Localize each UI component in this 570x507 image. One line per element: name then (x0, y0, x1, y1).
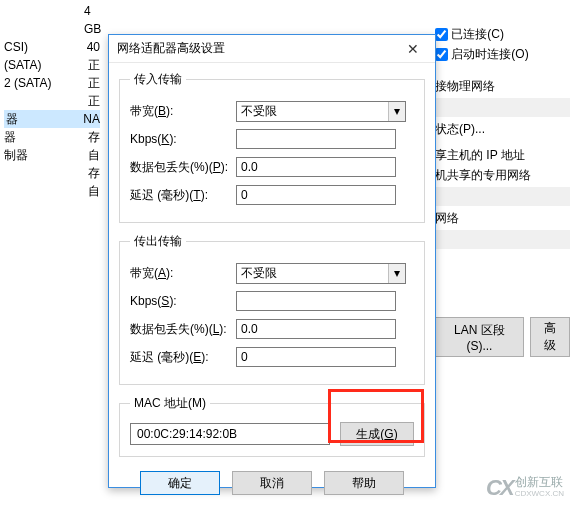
generate-button[interactable]: 生成(G) (340, 422, 414, 446)
dialog-title: 网络适配器高级设置 (117, 40, 225, 57)
loss-in-label: 数据包丢失(%)(P): (130, 159, 236, 176)
logo-text-2: CDXWCX.CN (515, 488, 564, 499)
kbps-in-label: Kbps(K): (130, 132, 236, 146)
right-line: 接物理网络 (435, 76, 570, 96)
outgoing-legend: 传出传输 (130, 233, 186, 250)
network-adapter-advanced-dialog: 网络适配器高级设置 ✕ 传入传输 带宽(B): 不受限 ▾ Kbps(K): 数… (108, 34, 436, 488)
latency-out-label: 延迟 (毫秒)(E): (130, 349, 236, 366)
mac-group: MAC 地址(M) 生成(G) (119, 395, 425, 457)
checkbox-connected[interactable]: 已连接(C) (435, 24, 570, 44)
outgoing-group: 传出传输 带宽(A): 不受限 ▾ Kbps(S): 数据包丢失(%)(L): … (119, 233, 425, 385)
gray-bar (435, 230, 570, 249)
kbps-out-label: Kbps(S): (130, 294, 236, 308)
help-button[interactable]: 帮助 (324, 471, 404, 495)
bandwidth-in-label: 带宽(B): (130, 103, 236, 120)
right-line: 享主机的 IP 地址 (435, 145, 570, 165)
ok-button[interactable]: 确定 (140, 471, 220, 495)
tree-row: 正 (4, 92, 100, 110)
bandwidth-out-select[interactable]: 不受限 ▾ (236, 263, 406, 284)
tree-row: 自 (4, 182, 100, 200)
chevron-down-icon: ▾ (388, 102, 405, 121)
latency-in-label: 延迟 (毫秒)(T): (130, 187, 236, 204)
kbps-out-input[interactable] (236, 291, 396, 311)
background-tree: 4 GB CSI)40 (SATA)正 2 (SATA)正 正 器NA 器存 制… (0, 0, 100, 200)
tree-row: (SATA)正 (4, 56, 100, 74)
gray-bar (435, 187, 570, 206)
advanced-button[interactable]: 高级 (530, 317, 570, 357)
lan-segment-button[interactable]: LAN 区段(S)... (435, 317, 524, 357)
latency-out-input[interactable] (236, 347, 396, 367)
tree-row: 制器自 (4, 146, 100, 164)
loss-out-label: 数据包丢失(%)(L): (130, 321, 236, 338)
watermark-logo: CX 创新互联 CDXWCX.CN (486, 475, 564, 501)
loss-in-input[interactable] (236, 157, 396, 177)
logo-text-1: 创新互联 (515, 477, 564, 488)
tree-row: 存 (4, 164, 100, 182)
incoming-group: 传入传输 带宽(B): 不受限 ▾ Kbps(K): 数据包丢失(%)(P): … (119, 71, 425, 223)
bandwidth-out-label: 带宽(A): (130, 265, 236, 282)
logo-icon: CX (486, 475, 513, 501)
tree-row-selected[interactable]: 器NA (4, 110, 100, 128)
tree-row: 2 (SATA)正 (4, 74, 100, 92)
right-line: 机共享的专用网络 (435, 165, 570, 185)
mac-legend: MAC 地址(M) (130, 395, 210, 412)
dialog-button-row: 确定 取消 帮助 (119, 471, 425, 495)
close-icon[interactable]: ✕ (393, 38, 433, 60)
right-line: 状态(P)... (435, 119, 570, 139)
latency-in-input[interactable] (236, 185, 396, 205)
bandwidth-in-select[interactable]: 不受限 ▾ (236, 101, 406, 122)
cancel-button[interactable]: 取消 (232, 471, 312, 495)
gray-bar (435, 98, 570, 117)
loss-out-input[interactable] (236, 319, 396, 339)
right-line: 网络 (435, 208, 570, 228)
incoming-legend: 传入传输 (130, 71, 186, 88)
kbps-in-input[interactable] (236, 129, 396, 149)
background-right-panel: 已连接(C) 启动时连接(O) 接物理网络 状态(P)... 享主机的 IP 地… (435, 0, 570, 357)
tree-mem: 4 GB (4, 2, 100, 38)
tree-row: CSI)40 (4, 38, 100, 56)
dialog-titlebar: 网络适配器高级设置 ✕ (109, 35, 435, 63)
mac-address-input[interactable] (130, 423, 330, 445)
chevron-down-icon: ▾ (388, 264, 405, 283)
checkbox-connect-on-start[interactable]: 启动时连接(O) (435, 44, 570, 64)
tree-row: 器存 (4, 128, 100, 146)
